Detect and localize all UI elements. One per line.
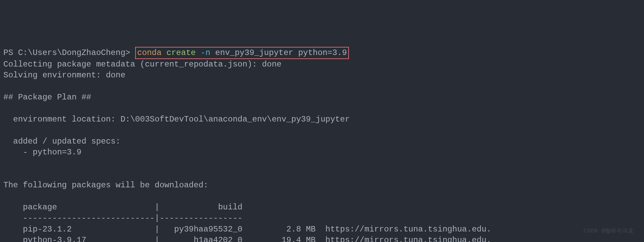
cmd-args: env_py39_jupyter python=3.9 (210, 48, 347, 57)
output-line: environment location: D:\003SoftDevTool\… (3, 115, 350, 124)
output-line: added / updated specs: (3, 137, 121, 146)
cmd-subcommand: create (162, 48, 201, 57)
output-line: pip-23.1.2 | py39haa95532_0 2.8 MB https… (3, 225, 491, 234)
terminal-window[interactable]: PS C:\Users\DongZhaoCheng> conda create … (3, 47, 641, 242)
output-line: - python=3.9 (3, 148, 81, 157)
output-line: ## Package Plan ## (3, 93, 91, 102)
output-line: python-3.9.17 | h1aa4202_0 19.4 MB https… (3, 236, 491, 242)
output-line: Collecting package metadata (current_rep… (3, 60, 282, 69)
highlighted-command: conda create -n env_py39_jupyter python=… (135, 47, 349, 59)
output-line: ---------------------------|------------… (3, 213, 243, 223)
output-line: Solving environment: done (3, 71, 125, 80)
prompt-prefix: PS C:\Users\DongZhaoCheng> (3, 48, 135, 57)
output-line: The following packages will be downloade… (3, 181, 208, 190)
output-line: package | build (3, 203, 243, 212)
cmd-flag: -n (201, 48, 210, 57)
cmd-name: conda (137, 48, 162, 57)
watermark-text: CSDN @咖啡与乌龙 (583, 228, 634, 235)
